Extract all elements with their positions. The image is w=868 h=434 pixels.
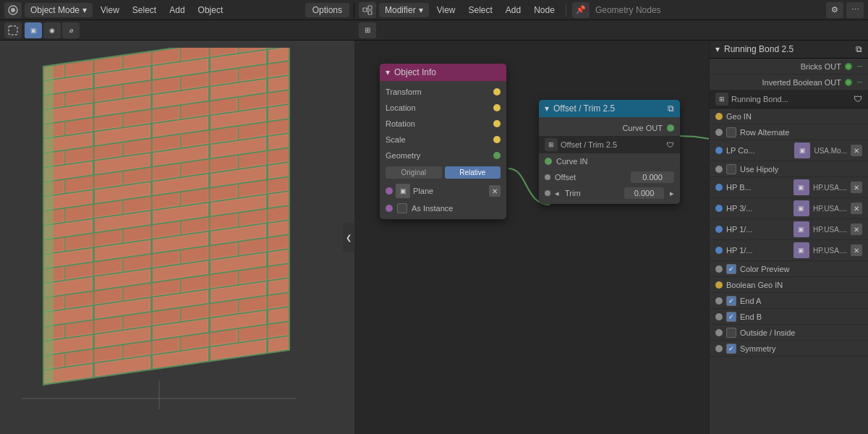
- sub-header-label: Offset / Trim 2.5: [561, 140, 617, 149]
- rotation-label: Rotation: [386, 119, 489, 128]
- original-btn[interactable]: Original: [386, 166, 442, 179]
- select-box-icon[interactable]: ▣: [25, 22, 42, 38]
- hp-1b-thumb: ▣: [793, 242, 809, 258]
- pin-icon[interactable]: 📌: [572, 2, 590, 18]
- row-alternate-row: Row Alternate: [710, 124, 868, 140]
- menu-select[interactable]: Select: [127, 4, 161, 17]
- viewport-panel: ▣ ◉ ⌀: [0, 20, 354, 434]
- lp-co-remove-btn[interactable]: ✕: [851, 145, 862, 156]
- copy-icon: ⧉: [668, 103, 674, 114]
- inverted-boolean-out-row: Inverted Boolean OUT ─: [710, 75, 868, 90]
- node-menu-add[interactable]: Add: [501, 4, 526, 17]
- use-hipoly-label: Use Hipoly: [740, 165, 778, 174]
- select-circle-icon[interactable]: ◉: [43, 22, 61, 38]
- separator: [566, 4, 566, 17]
- geo-in-label: Geo IN: [726, 112, 752, 121]
- use-hipoly-checkbox[interactable]: [726, 164, 736, 174]
- lp-co-row: LP Co... ▣ USA.Mo... ✕: [710, 140, 868, 161]
- curve-out-label: Curve OUT: [545, 124, 663, 132]
- scale-socket: [493, 136, 501, 143]
- svg-rect-36: [43, 65, 54, 385]
- offset-trim-node: ▾ Offset / Trim 2.5 ⧉ Curve OUT ⊞ Offset…: [539, 100, 680, 204]
- row-alt-label: Row Alternate: [740, 128, 789, 137]
- node-menu-node[interactable]: Node: [529, 4, 560, 17]
- hp-3-socket: [715, 205, 723, 212]
- boolean-geo-in-row: Boolean Geo IN: [710, 277, 868, 293]
- transform-row: Transform: [380, 84, 506, 100]
- as-instance-label: As Instance: [412, 204, 453, 213]
- svg-rect-7: [9, 26, 17, 35]
- outside-inside-checkbox[interactable]: [726, 328, 736, 338]
- location-socket: [493, 104, 501, 111]
- symmetry-socket: [715, 345, 723, 352]
- more-icon[interactable]: ⋯: [846, 2, 864, 18]
- offset-trim-header[interactable]: ▾ Offset / Trim 2.5 ⧉: [539, 100, 680, 117]
- menu-object[interactable]: Object: [193, 4, 229, 17]
- row-alt-socket: [715, 129, 723, 136]
- viewport-sub-toolbar: ▣ ◉ ⌀: [0, 20, 354, 41]
- color-preview-label: Color Preview: [740, 265, 789, 273]
- hp-b-socket: [715, 184, 723, 191]
- hp-1a-remove-btn[interactable]: ✕: [851, 224, 862, 235]
- hp-b-thumb: ▣: [793, 179, 809, 195]
- viewport-canvas[interactable]: ❮: [0, 41, 354, 434]
- location-label: Location: [386, 103, 489, 112]
- end-a-checkbox[interactable]: [726, 296, 736, 306]
- menu-view[interactable]: View: [95, 4, 124, 17]
- hp-b-row: HP B... ▣ HP.USA.... ✕: [710, 177, 868, 198]
- geo-in-row: Geo IN: [710, 109, 868, 124]
- color-preview-row: Color Preview: [710, 261, 868, 277]
- rotation-row: Rotation: [380, 116, 506, 132]
- rb-sub-icon: ⊞: [715, 93, 728, 106]
- offset-field-row: Offset 0.000: [539, 169, 680, 185]
- options-button[interactable]: Options: [305, 3, 349, 17]
- rb-copy-icon: ⧉: [856, 44, 862, 54]
- node-editor-panel: ⊞ ▾ Object Info Transform Location: [354, 20, 868, 434]
- plane-remove-btn[interactable]: ✕: [489, 185, 501, 197]
- select-lasso-icon[interactable]: ⌀: [62, 22, 80, 38]
- hp-3-remove-btn[interactable]: ✕: [851, 203, 862, 214]
- row-alt-checkbox[interactable]: [726, 127, 736, 137]
- object-info-header[interactable]: ▾ Object Info: [380, 64, 506, 81]
- color-preview-checkbox[interactable]: [726, 264, 736, 274]
- hp-b-mat-label: HP.USA....: [813, 184, 847, 192]
- bricks-out-row: Bricks OUT ─: [710, 59, 868, 75]
- object-info-body: Transform Location Rotation Scale Geomet…: [380, 81, 506, 219]
- plane-row: ▣ Plane ✕: [380, 182, 506, 200]
- node-menu-view[interactable]: View: [432, 4, 461, 17]
- viewport-collapse-btn[interactable]: ❮: [343, 223, 354, 252]
- node-editor-menubar: Modifier ▾ View Select Add Node 📌 Geomet…: [354, 2, 868, 18]
- relative-btn[interactable]: Relative: [445, 166, 501, 179]
- boolean-geo-in-label: Boolean Geo IN: [726, 281, 783, 289]
- menu-add[interactable]: Add: [164, 4, 190, 17]
- end-a-socket: [715, 297, 723, 305]
- curve-out-socket: [667, 124, 674, 132]
- hp-1b-socket: [715, 247, 723, 254]
- object-mode-dropdown[interactable]: Object Mode ▾: [25, 3, 93, 17]
- running-bond-header: ▾ Running Bond 2.5 ⧉: [710, 41, 868, 59]
- running-bond-panel: ▾ Running Bond 2.5 ⧉ Bricks OUT ─ Invert…: [709, 41, 868, 434]
- trim-right-arrow[interactable]: ▸: [670, 189, 674, 198]
- transform-label: Transform: [386, 88, 489, 96]
- trim-field-row: ◂ Trim 0.000 ▸: [539, 185, 680, 201]
- scale-row: Scale: [380, 132, 506, 148]
- end-b-checkbox[interactable]: [726, 312, 736, 322]
- hp-1b-remove-btn[interactable]: ✕: [851, 244, 862, 256]
- settings-icon[interactable]: ⚙: [826, 2, 843, 18]
- rb-shield-icon: 🛡: [854, 94, 862, 104]
- trim-label: Trim: [565, 189, 620, 197]
- as-instance-checkbox[interactable]: [397, 203, 407, 213]
- symmetry-checkbox[interactable]: [726, 344, 736, 354]
- hp-b-remove-btn[interactable]: ✕: [851, 182, 862, 193]
- trim-left-arrow[interactable]: ◂: [555, 189, 559, 198]
- symmetry-label: Symmetry: [740, 344, 776, 353]
- curve-out-row: Curve OUT: [539, 120, 680, 136]
- select-mode-box[interactable]: [4, 22, 22, 38]
- curve-in-socket: [545, 158, 552, 165]
- modifier-mode-dropdown[interactable]: Modifier ▾: [379, 3, 429, 17]
- shield-icon: 🛡: [667, 141, 674, 149]
- rb-sub-label: Running Bond...: [731, 95, 788, 103]
- trim-input[interactable]: 0.000: [624, 187, 664, 199]
- node-menu-select[interactable]: Select: [463, 4, 497, 17]
- offset-input[interactable]: 0.000: [631, 171, 674, 183]
